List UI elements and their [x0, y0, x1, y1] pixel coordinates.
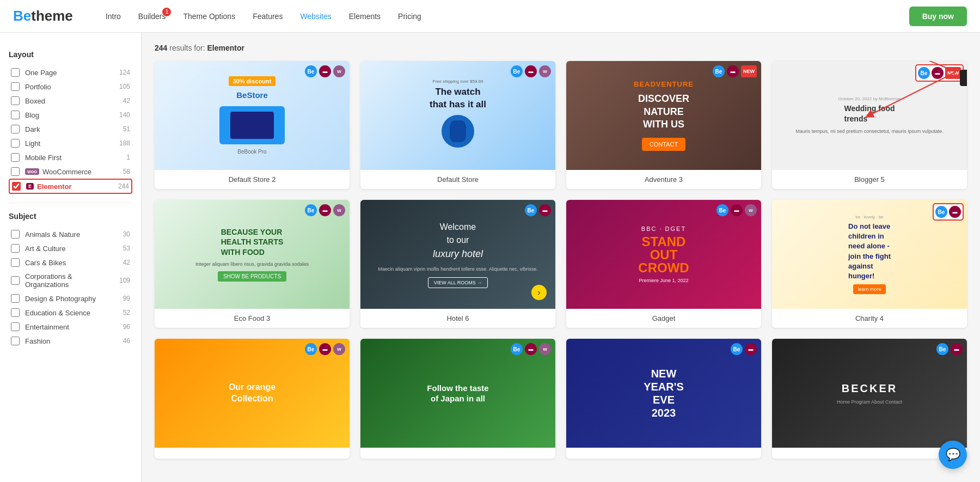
filter-one-page-checkbox[interactable] [11, 68, 20, 77]
filter-elementor-checkbox[interactable] [12, 182, 21, 191]
badge-woo-9: W [333, 343, 345, 355]
filter-boxed[interactable]: Boxed 42 [9, 94, 132, 108]
filter-elementor[interactable]: E Elementor 244 [9, 179, 132, 194]
card-badges-default-store: Be ▬ W [511, 65, 551, 77]
card-badges-gadget: Be ▬ W [716, 204, 757, 216]
filter-fashion-label: Fashion [25, 337, 121, 345]
filter-education-label: Education & Science [25, 309, 121, 317]
card-thumb-text-12: BECKER Home Program About Contact [772, 339, 967, 448]
badge-woo-2: W [539, 65, 551, 77]
nav-pricing[interactable]: Pricing [398, 12, 421, 21]
buy-now-button[interactable]: Buy now [909, 7, 967, 26]
badge-el-5: ▬ [319, 204, 331, 216]
card-gadget[interactable]: BBC · DGET Standoutcrowd Premiere June 1… [566, 200, 761, 328]
filter-entertainment-checkbox[interactable] [11, 322, 20, 331]
card-default-store-2[interactable]: 30% discount BeStore BeBook Pro Be ▬ W D… [155, 61, 350, 189]
filter-blog-label: Blog [25, 111, 117, 119]
chat-button[interactable]: 💬 [939, 441, 967, 469]
filter-woocommerce-checkbox[interactable] [11, 167, 20, 176]
filter-education[interactable]: Education & Science 52 [9, 306, 132, 320]
filter-entertainment[interactable]: Entertainment 96 [9, 320, 132, 334]
filter-boxed-checkbox[interactable] [11, 96, 20, 105]
badge-el-2: ▬ [525, 65, 537, 77]
filter-corporations-count: 109 [119, 277, 130, 284]
filter-fashion-checkbox[interactable] [11, 337, 20, 345]
card-name-adventure-3: Adventure 3 [566, 170, 761, 189]
subject-section-title: Subject [9, 212, 132, 221]
filter-blog[interactable]: Blog 140 [9, 108, 132, 122]
card-name-row3d [772, 448, 967, 459]
nav-features[interactable]: Features [253, 12, 283, 21]
filter-woocommerce[interactable]: woo WooCommerce 58 [9, 164, 132, 179]
filter-cars-checkbox[interactable] [11, 258, 20, 267]
card-thumb-text-9: Our orangeCollection [155, 339, 350, 448]
card-adventure-3[interactable]: BEADVENTURE DISCOVERNATUREWITH US CONTAC… [566, 61, 761, 189]
card-row3-d[interactable]: BECKER Home Program About Contact Be ▬ [772, 339, 967, 459]
filter-one-page[interactable]: One Page 124 [9, 65, 132, 80]
nav-builders[interactable]: Builders 1 [138, 12, 166, 21]
filter-art[interactable]: Art & Culture 53 [9, 241, 132, 255]
filter-design-label: Design & Photography [25, 295, 121, 303]
filter-animals-checkbox[interactable] [11, 230, 20, 239]
filter-cars[interactable]: Cars & Bikes 42 [9, 255, 132, 270]
filter-education-checkbox[interactable] [11, 308, 20, 317]
card-thumb-text-5: BECAUSE YOURHEALTH STARTSWITH FOOD Integ… [155, 200, 350, 309]
filter-light-checkbox[interactable] [11, 139, 20, 148]
filter-corporations-checkbox[interactable] [11, 276, 20, 285]
badge-woo: W [333, 65, 345, 77]
filter-portfolio-count: 105 [119, 83, 130, 90]
card-row3-a[interactable]: Our orangeCollection Be ▬ W [155, 339, 350, 459]
card-charity-4[interactable]: be · lovely · be Do not leavechildren in… [772, 200, 967, 328]
card-name-default-store: Default Store [360, 170, 555, 189]
badge-el-10: ▬ [525, 343, 537, 355]
badge-be-4: Be [918, 67, 930, 79]
filter-dark-checkbox[interactable] [11, 125, 20, 133]
cards-grid-row2: BECAUSE YOURHEALTH STARTSWITH FOOD Integ… [155, 200, 967, 328]
filter-mobile-first[interactable]: Mobile First 1 [9, 150, 132, 164]
filter-dark-count: 51 [123, 125, 130, 133]
results-filter: Elementor [207, 44, 244, 52]
card-eco-food-3[interactable]: BECAUSE YOURHEALTH STARTSWITH FOOD Integ… [155, 200, 350, 328]
filter-blog-checkbox[interactable] [11, 111, 20, 119]
nav-intro[interactable]: Intro [106, 12, 121, 21]
filter-art-checkbox[interactable] [11, 244, 20, 253]
badge-be-11: Be [731, 343, 743, 355]
card-row3-c[interactable]: NEWYEAR'SEVE2023 Be ▬ [566, 339, 761, 459]
filter-mobile-first-checkbox[interactable] [11, 153, 20, 162]
badge-be-5: Be [305, 204, 317, 216]
card-name-row3b [360, 448, 555, 459]
filter-light[interactable]: Light 188 [9, 136, 132, 150]
blogger5-badges-highlighted: Be ▬ NEW [915, 64, 964, 82]
nav-elements[interactable]: Elements [349, 12, 381, 21]
filter-fashion[interactable]: Fashion 46 [9, 334, 132, 348]
filter-portfolio-checkbox[interactable] [11, 82, 20, 91]
filter-portfolio[interactable]: Portfolio 105 [9, 80, 132, 94]
cards-grid-row3: Our orangeCollection Be ▬ W Follow the t… [155, 339, 967, 459]
filter-elementor-label: E Elementor [26, 182, 116, 191]
card-thumb-row3d: BECKER Home Program About Contact Be ▬ [772, 339, 967, 448]
badge-woo-7: W [745, 204, 757, 216]
filter-animals[interactable]: Animals & Nature 30 [9, 227, 132, 241]
card-thumb-row3c: NEWYEAR'SEVE2023 Be ▬ [566, 339, 761, 448]
filter-woocommerce-count: 58 [123, 168, 130, 175]
filter-design[interactable]: Design & Photography 99 [9, 291, 132, 306]
nav-theme-options[interactable]: Theme Options [183, 12, 235, 21]
filter-design-checkbox[interactable] [11, 294, 20, 303]
badge-be-3: Be [713, 65, 725, 77]
card-thumb-hotel: Welcometo ourluxury hotel Maecin aliquam… [360, 200, 555, 309]
card-blogger-5[interactable]: October 20, 2022 by McBloomer Wedding fo… [772, 61, 967, 189]
chat-icon: 💬 [946, 448, 960, 462]
card-row3-b[interactable]: Follow the tasteof Japan in all Be ▬ W [360, 339, 555, 459]
filter-portfolio-label: Portfolio [25, 83, 117, 91]
logo[interactable]: Betheme [13, 8, 73, 25]
filter-dark[interactable]: Dark 51 [9, 122, 132, 136]
badge-el-9: ▬ [319, 343, 331, 355]
sidebar: Layout One Page 124 Portfolio 105 Boxed … [0, 33, 142, 482]
elementor-tooltip: Elementor-ready templates [960, 70, 967, 86]
nav-websites[interactable]: Websites [300, 12, 331, 21]
filter-dark-label: Dark [25, 125, 121, 133]
card-hotel-6[interactable]: Welcometo ourluxury hotel Maecin aliquam… [360, 200, 555, 328]
card-thumb-text-3: BEADVENTURE DISCOVERNATUREWITH US CONTAC… [566, 61, 761, 170]
card-default-store[interactable]: Free shipping over $59.99 The watchthat … [360, 61, 555, 189]
filter-corporations[interactable]: Corporations & Organizations 109 [9, 270, 132, 291]
